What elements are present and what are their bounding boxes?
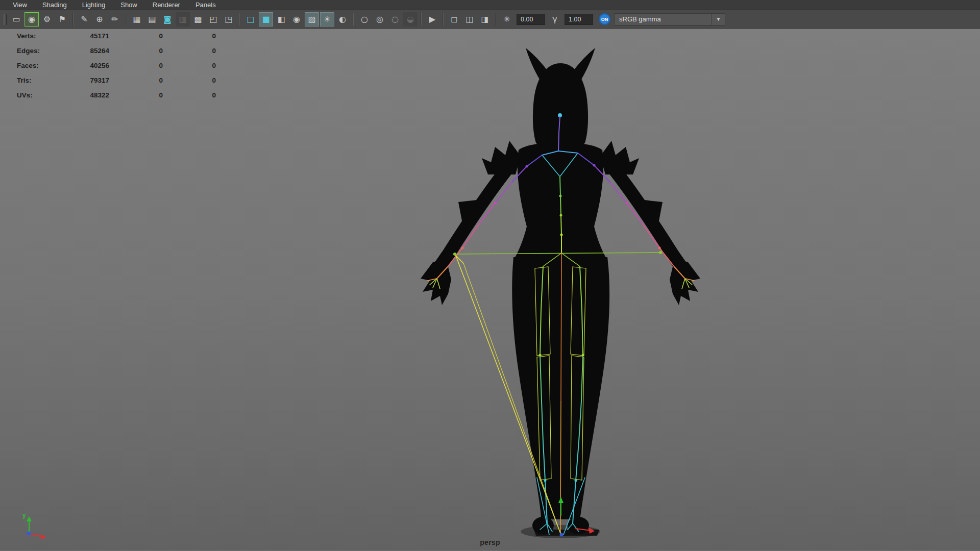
smooth-shade-all-icon[interactable]: ■ (259, 12, 273, 27)
exposure-field[interactable]: 0.00 (517, 14, 545, 25)
joint (560, 234, 563, 236)
menu-lighting[interactable]: Lighting (75, 0, 113, 10)
pan-zoom-icon[interactable]: ⊕ (92, 12, 107, 27)
exposure-icon[interactable]: ✳ (500, 12, 514, 27)
toolbar-drag-handle[interactable] (4, 14, 7, 25)
arm-right (612, 167, 683, 269)
flat-shade-icon[interactable]: ◧ (274, 12, 288, 27)
menu-show[interactable]: Show (113, 0, 145, 10)
joint (539, 354, 542, 357)
camera-name-label: persp (0, 538, 980, 546)
panel-menu-bar: View Shading Lighting Show Renderer Pane… (0, 0, 980, 10)
center-line (561, 253, 561, 402)
camera-attributes-icon[interactable]: ⚙ (40, 12, 54, 27)
bookmark-icon[interactable]: ⚑ (55, 12, 69, 27)
hud-col3: 0 (163, 29, 216, 43)
wireframe-icon[interactable]: □ (243, 12, 258, 27)
toolbar-separator (443, 13, 444, 26)
textured-icon[interactable]: ◉ (289, 12, 304, 27)
color-management-badge[interactable]: ON (599, 13, 610, 25)
menu-view[interactable]: View (5, 0, 35, 10)
menu-shading[interactable]: Shading (35, 0, 75, 10)
menu-renderer[interactable]: Renderer (145, 0, 188, 10)
heads-up-display: Verts: 45171 0 0 Edges: 85264 0 0 Faces:… (17, 29, 216, 103)
grease-pencil-icon[interactable]: ✎ (77, 12, 91, 27)
root-z-joint (560, 533, 564, 537)
joint (593, 164, 596, 167)
isolate-select-icon[interactable]: ▶ (425, 12, 439, 27)
gamma-field[interactable]: 1.00 (565, 14, 593, 25)
joint (453, 253, 456, 256)
hud-row-edges: Edges: 85264 0 0 (17, 43, 216, 58)
hud-row-verts: Verts: 45171 0 0 (17, 29, 216, 43)
sculpt-icon[interactable]: ✏ (108, 12, 122, 27)
hud-col2: 0 (109, 73, 163, 88)
chevron-down-icon: ▼ (716, 16, 721, 22)
joint (461, 247, 464, 249)
hud-col3: 0 (163, 88, 216, 103)
joint (526, 165, 528, 168)
hud-total: 48322 (63, 88, 109, 103)
hud-col2: 0 (109, 29, 163, 43)
toolbar-separator (353, 13, 354, 26)
panel-toolbar: ▭ ◉ ⚙ ⚑ ✎ ⊕ ✏ ▦ ▤ ◙ ▥ ▩ ◰ ◳ □ ■ ◧ ◉ ▨ ☀ … (0, 10, 980, 29)
view-transform-dropdown-arrow[interactable]: ▼ (712, 13, 725, 26)
hud-label: Verts: (17, 29, 63, 43)
gamma-icon[interactable]: γ (548, 12, 562, 27)
grid-icon[interactable]: ▦ (130, 12, 144, 27)
head-hair (533, 63, 588, 155)
hand-right (670, 258, 700, 305)
toolbar-separator (126, 13, 126, 26)
hud-col3: 0 (163, 43, 216, 58)
field-chart-icon[interactable]: ▩ (191, 12, 205, 27)
toolbar-separator (73, 13, 74, 26)
view-axis-gizmo[interactable]: y (22, 512, 46, 539)
use-default-material-icon[interactable]: ▨ (305, 12, 319, 27)
hud-total: 45171 (63, 29, 109, 43)
resolution-gate-icon[interactable]: ◙ (160, 12, 175, 27)
gate-mask-icon[interactable]: ▥ (176, 12, 190, 27)
spine-seg (560, 177, 560, 196)
joint (575, 480, 577, 482)
film-gate-icon[interactable]: ▤ (145, 12, 159, 27)
gizmo-y-arrowhead (27, 516, 32, 521)
safe-title-icon[interactable]: ◳ (222, 12, 236, 27)
hud-col2: 0 (109, 43, 163, 58)
screen-space-ao-icon[interactable]: ○ (357, 12, 372, 27)
perspective-viewport[interactable]: y Verts: 45171 0 0 Edges: 85264 0 0 Face… (0, 29, 980, 550)
hud-label: UVs: (17, 88, 63, 103)
hud-col3: 0 (163, 58, 216, 73)
spine-seg (561, 215, 561, 235)
hud-label: Faces: (17, 58, 63, 73)
hud-col2: 0 (109, 88, 163, 103)
motion-blur-icon[interactable]: ◎ (373, 12, 387, 27)
depth-of-field-icon[interactable]: ◒ (403, 12, 418, 27)
hud-row-tris: Tris: 79317 0 0 (17, 73, 216, 88)
menu-panels[interactable]: Panels (188, 0, 224, 10)
joint (626, 202, 628, 205)
hud-row-faces: Faces: 40256 0 0 (17, 58, 216, 73)
gizmo-z-origin (27, 532, 31, 535)
lights-icon[interactable]: ☀ (320, 12, 334, 27)
hud-col2: 0 (109, 58, 163, 73)
anti-aliasing-icon[interactable]: ◌ (388, 12, 402, 27)
xray-icon[interactable]: ◻ (447, 12, 461, 27)
joint (544, 480, 547, 482)
toolbar-separator (239, 13, 240, 26)
hud-total: 85264 (63, 43, 109, 58)
hud-col3: 0 (163, 73, 216, 88)
joint (658, 247, 661, 249)
hud-total: 79317 (63, 73, 109, 88)
gizmo-x-axis (29, 534, 43, 537)
spine-seg (560, 196, 561, 215)
select-camera-icon[interactable]: ▭ (9, 12, 23, 27)
joint (494, 202, 497, 205)
view-transform-dropdown[interactable]: sRGB gamma (614, 13, 712, 26)
hud-total: 40256 (63, 58, 109, 73)
lock-camera-icon[interactable]: ◉ (24, 12, 39, 27)
safe-action-icon[interactable]: ◰ (206, 12, 220, 27)
shadows-icon[interactable]: ◐ (335, 12, 350, 27)
xray-active-icon[interactable]: ◨ (478, 12, 492, 27)
joint (559, 195, 562, 197)
xray-joints-icon[interactable]: ◫ (462, 12, 477, 27)
